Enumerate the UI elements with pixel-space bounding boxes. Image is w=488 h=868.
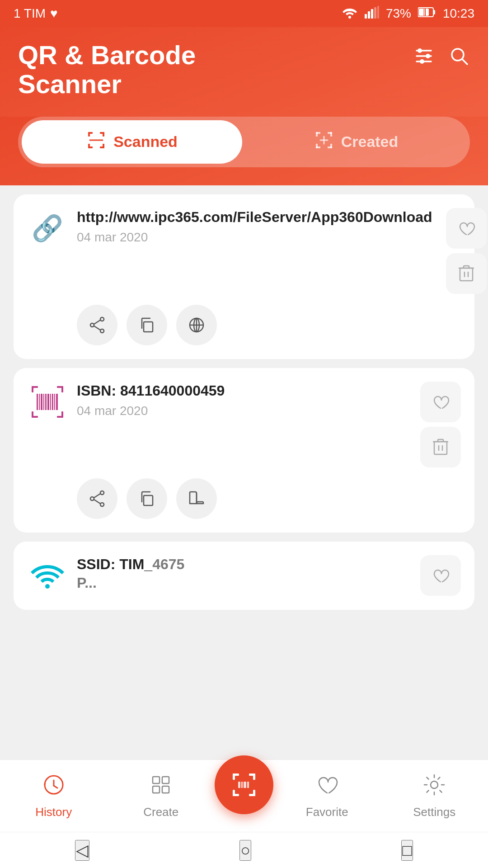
svg-rect-6 — [433, 10, 435, 14]
svg-rect-62 — [43, 394, 44, 410]
create-nav-icon — [149, 773, 173, 802]
android-recent-button[interactable]: □ — [401, 840, 413, 861]
header: QR & BarcodeScanner — [0, 27, 488, 117]
svg-rect-0 — [365, 14, 367, 19]
scan-button[interactable] — [215, 755, 273, 814]
open-browser-button-url[interactable] — [176, 305, 217, 345]
delete-button-url[interactable] — [446, 253, 487, 294]
item-content-isbn: ISBN: 8411640000459 04 mar 2020 — [77, 382, 407, 419]
svg-point-43 — [90, 323, 94, 327]
item-icon-isbn — [27, 382, 68, 422]
app-title: QR & BarcodeScanner — [18, 41, 196, 99]
favorite-button-url[interactable] — [446, 208, 487, 249]
svg-line-77 — [94, 500, 100, 504]
svg-rect-59 — [37, 394, 38, 410]
app-title-text: QR & BarcodeScanner — [18, 41, 196, 99]
svg-rect-25 — [103, 144, 104, 148]
svg-rect-83 — [153, 777, 160, 783]
svg-rect-63 — [45, 394, 47, 410]
nav-item-favorite[interactable]: Favorite — [273, 773, 381, 819]
svg-line-76 — [94, 494, 100, 498]
svg-rect-84 — [162, 777, 169, 783]
nav-item-settings[interactable]: Settings — [381, 773, 488, 819]
svg-point-13 — [418, 48, 422, 53]
svg-rect-32 — [316, 144, 318, 148]
battery-icon — [418, 6, 436, 21]
svg-point-42 — [100, 329, 104, 333]
svg-point-14 — [426, 54, 430, 58]
nav-item-history[interactable]: History — [0, 773, 108, 819]
share-button-isbn[interactable] — [77, 478, 117, 519]
svg-line-45 — [94, 326, 100, 330]
list-item: ISBN: 8411640000459 04 mar 2020 — [14, 368, 474, 533]
item-date-isbn: 04 mar 2020 — [77, 404, 407, 418]
favorite-nav-icon — [315, 773, 339, 802]
nav-label-settings: Settings — [413, 805, 455, 819]
copy-button-isbn[interactable] — [127, 478, 167, 519]
history-nav-icon — [42, 773, 66, 802]
svg-point-16 — [452, 49, 464, 61]
svg-rect-94 — [253, 790, 255, 796]
svg-rect-46 — [144, 322, 153, 332]
share-button-url[interactable] — [77, 305, 117, 345]
svg-rect-30 — [330, 132, 332, 137]
heart-icon: ♥ — [50, 6, 58, 21]
svg-rect-34 — [330, 144, 332, 148]
svg-rect-1 — [368, 11, 370, 19]
android-nav-bar: ◁ ○ □ — [0, 832, 488, 868]
tab-created[interactable]: Created — [246, 120, 466, 164]
filter-button[interactable] — [413, 45, 435, 72]
bottom-nav: History Create — [0, 760, 488, 832]
svg-rect-56 — [32, 411, 33, 418]
svg-rect-58 — [61, 411, 63, 418]
delete-button-isbn[interactable] — [420, 427, 461, 467]
android-back-button[interactable]: ◁ — [75, 840, 89, 861]
tab-scanned[interactable]: Scanned — [22, 120, 242, 164]
battery-text: 73% — [386, 6, 411, 21]
svg-rect-61 — [41, 394, 42, 410]
favorite-button-isbn[interactable] — [420, 382, 461, 422]
list-item: 🔗 http://www.ipc365.com/FileServer/App36… — [14, 194, 474, 359]
svg-point-75 — [90, 497, 94, 500]
svg-point-99 — [431, 781, 438, 788]
item-bottom-actions-url — [77, 305, 461, 345]
svg-rect-88 — [233, 774, 235, 780]
nav-label-history: History — [35, 805, 72, 819]
item-title-wifi: SSID: TIM_4675P... — [77, 555, 407, 593]
item-title-isbn: ISBN: 8411640000459 — [77, 382, 407, 401]
status-bar: 1 TIM ♥ 73% — [0, 0, 488, 27]
item-title-url: http://www.ipc365.com/FileServer/App360D… — [77, 208, 432, 227]
svg-rect-60 — [39, 394, 40, 410]
carrier-text: 1 TIM — [14, 6, 46, 21]
svg-rect-68 — [56, 394, 58, 410]
svg-rect-19 — [88, 132, 90, 137]
svg-rect-3 — [374, 7, 376, 19]
svg-rect-90 — [253, 774, 255, 780]
header-actions — [413, 45, 470, 72]
svg-rect-52 — [32, 386, 33, 392]
svg-line-44 — [94, 320, 100, 324]
android-home-button[interactable]: ○ — [239, 840, 251, 861]
item-right-actions-url — [446, 208, 487, 294]
list-item: SSID: TIM_4675P... — [14, 542, 474, 610]
svg-point-73 — [100, 491, 104, 495]
svg-rect-21 — [103, 132, 104, 137]
nav-item-create[interactable]: Create — [108, 773, 215, 819]
svg-rect-67 — [54, 394, 55, 410]
open-book-button-isbn[interactable] — [176, 478, 217, 519]
svg-line-82 — [54, 786, 57, 788]
svg-rect-4 — [377, 6, 379, 19]
tab-bar: Scanned Created — [18, 117, 470, 167]
search-button[interactable] — [448, 45, 470, 72]
tab-created-label: Created — [341, 133, 399, 151]
svg-line-17 — [463, 60, 467, 64]
item-content-url: http://www.ipc365.com/FileServer/App360D… — [77, 208, 432, 245]
svg-rect-54 — [61, 386, 63, 392]
copy-button-url[interactable] — [127, 305, 167, 345]
svg-rect-37 — [460, 268, 473, 281]
nav-label-create: Create — [143, 805, 178, 819]
svg-rect-95 — [238, 782, 240, 788]
signal-icon — [365, 6, 379, 22]
favorite-button-wifi[interactable] — [420, 555, 461, 596]
item-icon-url: 🔗 — [27, 208, 68, 249]
